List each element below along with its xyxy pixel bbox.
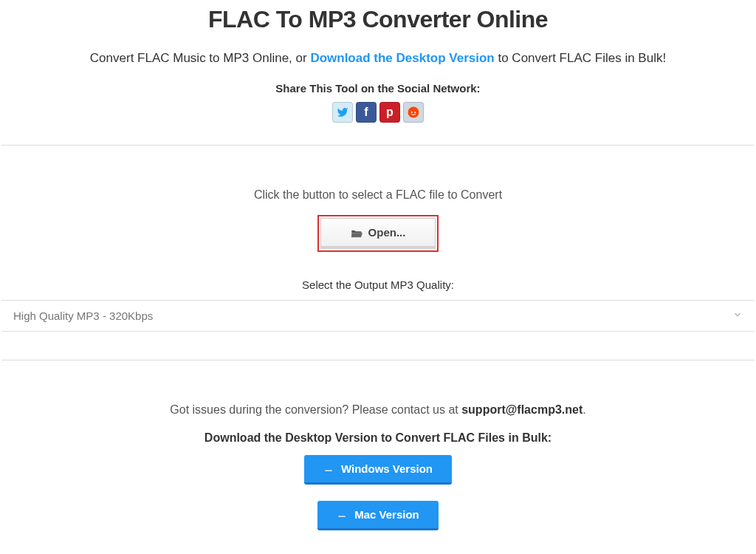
social-row: f p [1,102,755,123]
download-desktop-label: Download the Desktop Version to Convert … [1,431,755,445]
twitter-icon[interactable] [332,102,353,123]
subtitle: Convert FLAC Music to MP3 Online, or Dow… [1,51,755,66]
mac-version-button[interactable]: Mac Version [317,501,439,530]
download-desktop-link[interactable]: Download the Desktop Version [310,51,494,65]
pinterest-icon[interactable]: p [379,102,400,123]
subtitle-suffix: to Convert FLAC Files in Bulk! [495,51,666,65]
quality-select[interactable]: High Quality MP3 - 320Kbps [1,300,755,332]
support-text: Got issues during the conversion? Please… [1,403,755,417]
divider-2 [1,360,755,360]
divider [1,145,755,146]
facebook-icon[interactable]: f [356,102,377,123]
mac-button-label: Mac Version [354,508,419,521]
reddit-icon[interactable] [403,102,424,123]
open-button-label: Open... [368,226,406,239]
quality-select-wrapper: High Quality MP3 - 320Kbps [1,300,755,332]
svg-point-0 [408,107,419,118]
folder-open-icon [351,228,362,237]
support-email[interactable]: support@flacmp3.net [461,403,583,416]
svg-point-2 [414,112,416,113]
open-file-button[interactable]: Open... [320,218,436,249]
windows-version-button[interactable]: Windows Version [304,455,452,485]
windows-button-label: Windows Version [341,462,433,475]
open-instruction: Click the button to select a FLAC file t… [1,188,755,202]
share-label: Share This Tool on the Social Network: [1,82,755,95]
download-icon [337,508,347,521]
svg-point-1 [411,112,413,113]
open-button-highlight-frame: Open... [317,215,439,252]
quality-label: Select the Output MP3 Quality: [1,278,755,291]
support-prefix: Got issues during the conversion? Please… [170,403,461,416]
download-icon [323,462,334,475]
page-title: FLAC To MP3 Converter Online [1,6,755,33]
subtitle-prefix: Convert FLAC Music to MP3 Online, or [90,51,311,65]
support-suffix: . [583,403,585,416]
